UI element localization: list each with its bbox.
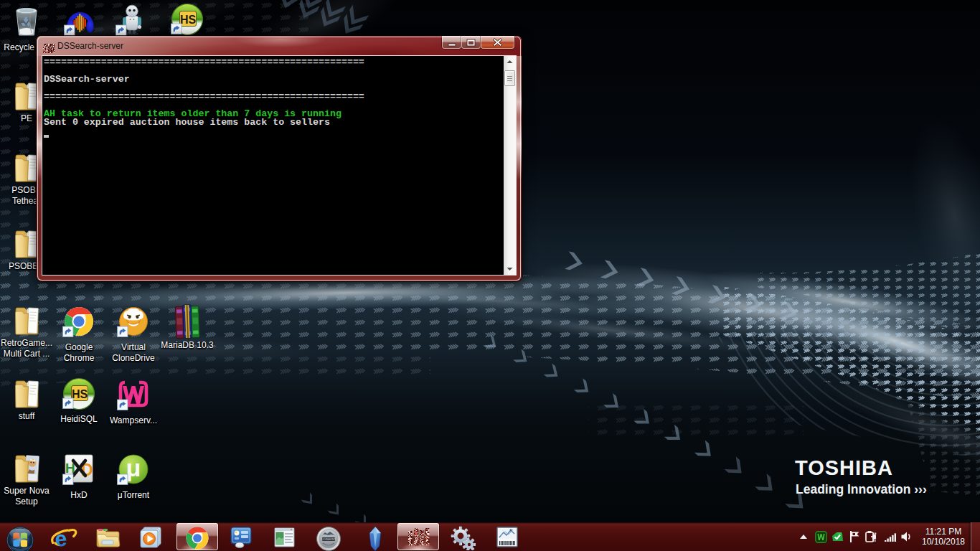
svg-text:COINHUNT: COINHUNT bbox=[322, 538, 336, 541]
svg-text:e: e bbox=[54, 527, 67, 550]
svg-text:Leading Innovation ›››: Leading Innovation ››› bbox=[796, 482, 927, 496]
svg-text:TOSHIBA: TOSHIBA bbox=[795, 456, 893, 479]
